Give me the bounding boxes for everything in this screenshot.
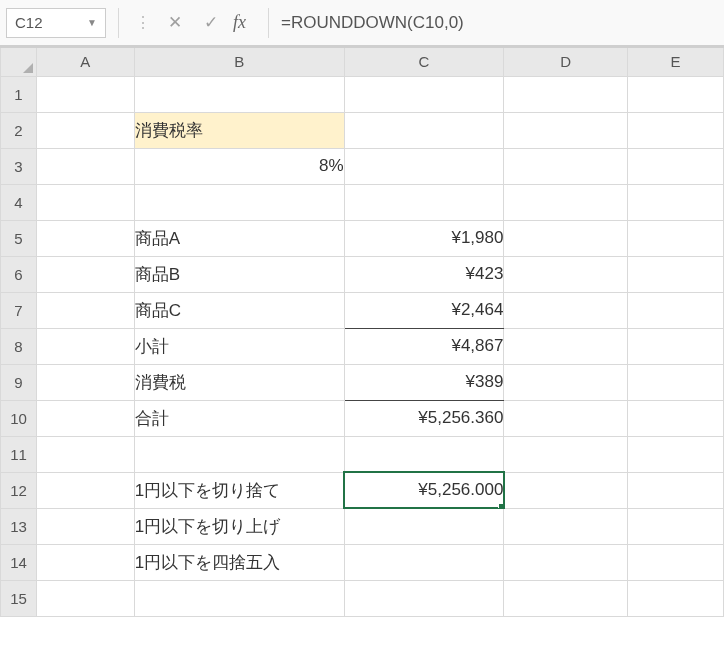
cell-C9[interactable]: ¥389 <box>344 364 504 400</box>
cell-A7[interactable] <box>36 292 134 328</box>
cell-C2[interactable] <box>344 112 504 148</box>
cell-D14[interactable] <box>504 544 628 580</box>
cell-D2[interactable] <box>504 112 628 148</box>
cell-E1[interactable] <box>628 76 724 112</box>
col-header-C[interactable]: C <box>344 48 504 76</box>
cell-D3[interactable] <box>504 148 628 184</box>
col-header-D[interactable]: D <box>504 48 628 76</box>
cell-A1[interactable] <box>36 76 134 112</box>
cell-D11[interactable] <box>504 436 628 472</box>
row-header[interactable]: 10 <box>1 400 37 436</box>
row-header[interactable]: 7 <box>1 292 37 328</box>
row-header[interactable]: 5 <box>1 220 37 256</box>
row-header[interactable]: 13 <box>1 508 37 544</box>
cell-C8[interactable]: ¥4,867 <box>344 328 504 364</box>
cell-D8[interactable] <box>504 328 628 364</box>
cell-B11[interactable] <box>134 436 344 472</box>
cell-B13[interactable]: 1円以下を切り上げ <box>134 508 344 544</box>
dropdown-icon[interactable]: ▼ <box>87 17 97 28</box>
row-header[interactable]: 4 <box>1 184 37 220</box>
cell-D10[interactable] <box>504 400 628 436</box>
cell-E6[interactable] <box>628 256 724 292</box>
cell-C4[interactable] <box>344 184 504 220</box>
cell-D15[interactable] <box>504 580 628 616</box>
cell-B1[interactable] <box>134 76 344 112</box>
cell-B12[interactable]: 1円以下を切り捨て <box>134 472 344 508</box>
row-header[interactable]: 11 <box>1 436 37 472</box>
cell-E5[interactable] <box>628 220 724 256</box>
row-header[interactable]: 9 <box>1 364 37 400</box>
cell-C15[interactable] <box>344 580 504 616</box>
cell-C14[interactable] <box>344 544 504 580</box>
cell-E8[interactable] <box>628 328 724 364</box>
cell-E3[interactable] <box>628 148 724 184</box>
name-box[interactable]: C12 ▼ <box>6 8 106 38</box>
cell-B7[interactable]: 商品C <box>134 292 344 328</box>
fx-icon[interactable]: fx <box>233 12 246 33</box>
cell-A3[interactable] <box>36 148 134 184</box>
cell-A12[interactable] <box>36 472 134 508</box>
col-header-B[interactable]: B <box>134 48 344 76</box>
cell-E12[interactable] <box>628 472 724 508</box>
cell-E4[interactable] <box>628 184 724 220</box>
select-all-corner[interactable] <box>1 48 37 76</box>
cell-A4[interactable] <box>36 184 134 220</box>
cell-C12[interactable]: ¥5,256.000 <box>344 472 504 508</box>
cell-A6[interactable] <box>36 256 134 292</box>
row-header[interactable]: 12 <box>1 472 37 508</box>
cell-D5[interactable] <box>504 220 628 256</box>
cell-B15[interactable] <box>134 580 344 616</box>
cell-D6[interactable] <box>504 256 628 292</box>
cell-C11[interactable] <box>344 436 504 472</box>
cell-B8[interactable]: 小計 <box>134 328 344 364</box>
cell-C7[interactable]: ¥2,464 <box>344 292 504 328</box>
cell-E9[interactable] <box>628 364 724 400</box>
cell-C1[interactable] <box>344 76 504 112</box>
cell-A9[interactable] <box>36 364 134 400</box>
row-header[interactable]: 1 <box>1 76 37 112</box>
cell-A11[interactable] <box>36 436 134 472</box>
accept-formula-button[interactable]: ✓ <box>197 9 225 37</box>
cell-C10[interactable]: ¥5,256.360 <box>344 400 504 436</box>
row-header[interactable]: 2 <box>1 112 37 148</box>
cell-D1[interactable] <box>504 76 628 112</box>
cell-A2[interactable] <box>36 112 134 148</box>
cell-D12[interactable] <box>504 472 628 508</box>
cell-A5[interactable] <box>36 220 134 256</box>
cell-A14[interactable] <box>36 544 134 580</box>
cell-E13[interactable] <box>628 508 724 544</box>
row-header[interactable]: 3 <box>1 148 37 184</box>
row-header[interactable]: 6 <box>1 256 37 292</box>
cell-D9[interactable] <box>504 364 628 400</box>
cell-B2[interactable]: 消費税率 <box>134 112 344 148</box>
cell-A10[interactable] <box>36 400 134 436</box>
cell-C6[interactable]: ¥423 <box>344 256 504 292</box>
cell-E14[interactable] <box>628 544 724 580</box>
cell-D7[interactable] <box>504 292 628 328</box>
cell-E7[interactable] <box>628 292 724 328</box>
col-header-A[interactable]: A <box>36 48 134 76</box>
cell-C5[interactable]: ¥1,980 <box>344 220 504 256</box>
cell-B4[interactable] <box>134 184 344 220</box>
cell-B14[interactable]: 1円以下を四捨五入 <box>134 544 344 580</box>
col-header-E[interactable]: E <box>628 48 724 76</box>
cell-A13[interactable] <box>36 508 134 544</box>
cancel-formula-button[interactable]: ✕ <box>161 9 189 37</box>
cell-C3[interactable] <box>344 148 504 184</box>
cell-B3[interactable]: 8% <box>134 148 344 184</box>
spreadsheet-grid[interactable]: A B C D E 1 2 消費税率 3 8% <box>0 48 724 617</box>
formula-input[interactable]: =ROUNDDOWN(C10,0) <box>281 8 718 38</box>
cell-E10[interactable] <box>628 400 724 436</box>
cell-C13[interactable] <box>344 508 504 544</box>
cell-D4[interactable] <box>504 184 628 220</box>
cell-E2[interactable] <box>628 112 724 148</box>
row-header[interactable]: 8 <box>1 328 37 364</box>
row-header[interactable]: 14 <box>1 544 37 580</box>
cell-A15[interactable] <box>36 580 134 616</box>
cell-B9[interactable]: 消費税 <box>134 364 344 400</box>
row-header[interactable]: 15 <box>1 580 37 616</box>
cell-E11[interactable] <box>628 436 724 472</box>
cell-B5[interactable]: 商品A <box>134 220 344 256</box>
cell-B6[interactable]: 商品B <box>134 256 344 292</box>
cell-E15[interactable] <box>628 580 724 616</box>
